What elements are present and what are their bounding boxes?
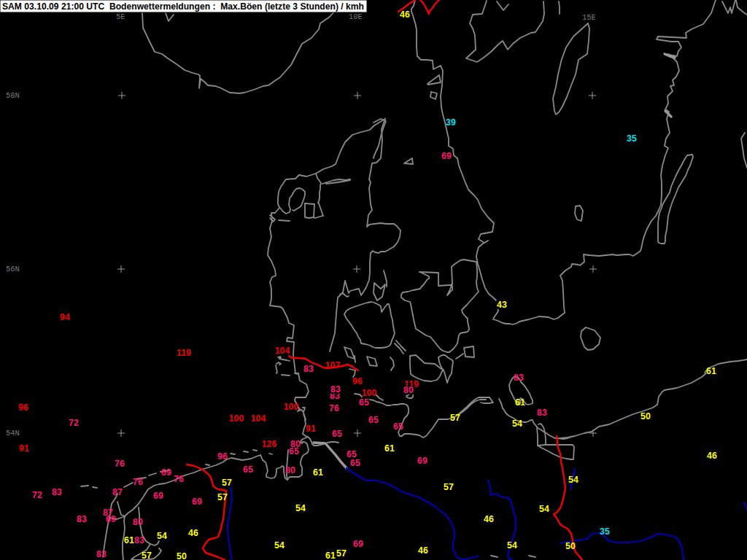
svg-text:96: 96	[18, 402, 28, 413]
svg-text:57: 57	[450, 413, 460, 423]
svg-text:126: 126	[262, 439, 277, 449]
svg-text:100: 100	[229, 413, 244, 424]
svg-text:83: 83	[330, 384, 341, 394]
svg-text:46: 46	[484, 514, 494, 524]
svg-text:35: 35	[600, 526, 610, 537]
svg-text:54: 54	[568, 475, 578, 485]
svg-text:58N: 58N	[6, 91, 20, 100]
svg-text:43: 43	[497, 300, 507, 310]
svg-text:69: 69	[161, 467, 171, 478]
svg-text:69: 69	[106, 514, 116, 524]
svg-text:56N: 56N	[6, 265, 20, 273]
svg-text:83: 83	[52, 487, 62, 497]
svg-text:50: 50	[565, 541, 576, 551]
svg-text:100: 100	[284, 402, 299, 412]
svg-text:87: 87	[112, 487, 123, 497]
svg-text:80: 80	[133, 517, 143, 527]
svg-text:54: 54	[295, 503, 306, 513]
svg-text:57: 57	[444, 482, 454, 492]
svg-text:100: 100	[362, 388, 377, 398]
svg-text:50: 50	[177, 551, 187, 560]
svg-text:15E: 15E	[582, 13, 596, 22]
svg-text:54N: 54N	[6, 429, 20, 438]
svg-text:83: 83	[303, 364, 314, 374]
svg-text:65: 65	[350, 458, 360, 468]
svg-text:119: 119	[177, 348, 191, 358]
svg-text:91: 91	[306, 424, 316, 434]
svg-text:61: 61	[384, 443, 395, 454]
svg-text:SAM 03.10.09 21:00 UTC Bodenw: SAM 03.10.09 21:00 UTC Bodenwettermeldun…	[2, 1, 364, 12]
svg-text:83: 83	[77, 514, 87, 524]
svg-text:39: 39	[446, 117, 456, 128]
svg-text:54: 54	[539, 504, 549, 514]
svg-text:91: 91	[19, 443, 29, 454]
svg-text:96: 96	[352, 376, 363, 386]
svg-text:104: 104	[275, 346, 290, 356]
svg-text:76: 76	[174, 474, 184, 484]
svg-text:65: 65	[289, 446, 299, 456]
svg-text:69: 69	[192, 497, 202, 507]
svg-text:57: 57	[222, 478, 232, 488]
svg-text:96: 96	[217, 451, 228, 462]
svg-text:57: 57	[336, 548, 347, 559]
svg-text:107: 107	[325, 360, 341, 370]
svg-text:83: 83	[96, 549, 107, 559]
svg-text:54: 54	[507, 540, 517, 551]
svg-text:5E: 5E	[116, 12, 125, 21]
svg-text:61: 61	[124, 535, 134, 545]
svg-text:46: 46	[707, 451, 717, 461]
svg-text:57: 57	[142, 551, 152, 560]
svg-text:104: 104	[251, 413, 266, 424]
svg-text:76: 76	[329, 403, 339, 413]
svg-text:54: 54	[512, 419, 522, 429]
svg-text:83: 83	[514, 373, 524, 383]
svg-text:69: 69	[441, 151, 452, 161]
svg-text:54: 54	[274, 540, 285, 551]
svg-text:61: 61	[313, 467, 323, 478]
svg-text:65: 65	[243, 464, 253, 475]
svg-text:69: 69	[153, 491, 163, 501]
svg-text:69: 69	[417, 456, 427, 466]
svg-text:72: 72	[32, 490, 42, 500]
svg-text:61: 61	[325, 551, 336, 560]
svg-text:65: 65	[393, 421, 403, 432]
svg-text:83: 83	[537, 408, 547, 418]
svg-text:35: 35	[627, 133, 637, 144]
svg-text:54: 54	[157, 531, 167, 541]
svg-text:80: 80	[403, 385, 414, 395]
svg-text:46: 46	[188, 528, 198, 538]
svg-text:94: 94	[60, 312, 70, 322]
svg-text:57: 57	[217, 492, 228, 502]
svg-text:65: 65	[359, 397, 369, 408]
svg-text:76: 76	[133, 477, 143, 487]
svg-text:46: 46	[418, 545, 428, 556]
svg-text:83: 83	[134, 535, 144, 545]
svg-text:10E: 10E	[349, 12, 363, 21]
svg-text:50: 50	[640, 411, 651, 421]
svg-text:80: 80	[285, 465, 295, 475]
svg-text:61: 61	[515, 397, 525, 408]
svg-text:76: 76	[115, 459, 125, 469]
svg-text:72: 72	[69, 418, 79, 428]
svg-text:46: 46	[400, 9, 410, 20]
svg-text:61: 61	[706, 366, 716, 376]
svg-text:65: 65	[332, 429, 342, 439]
svg-text:65: 65	[368, 415, 379, 425]
svg-text:69: 69	[353, 539, 363, 549]
